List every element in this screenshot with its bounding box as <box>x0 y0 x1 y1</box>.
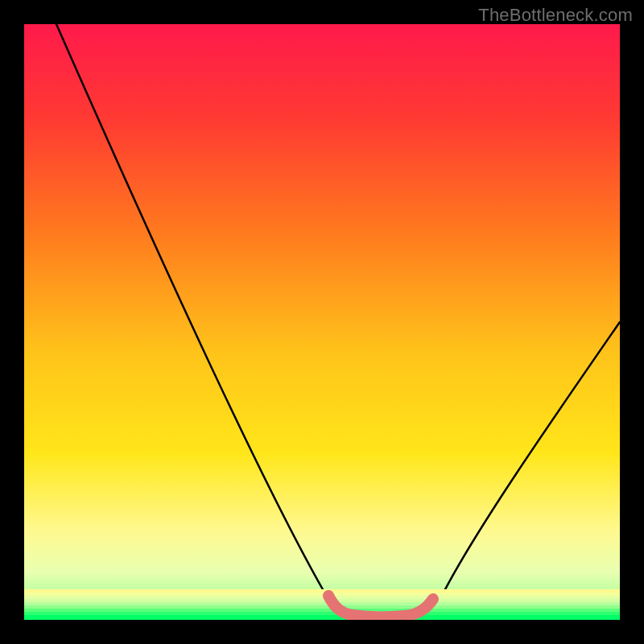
chart-frame: TheBottleneck.com <box>0 0 644 644</box>
bottom-stripe-band <box>24 589 620 620</box>
watermark-text: TheBottleneck.com <box>478 5 633 26</box>
gradient-stripe <box>24 615 620 620</box>
gradient-background <box>24 24 620 620</box>
svg-rect-0 <box>24 24 620 620</box>
plot-area <box>24 24 620 620</box>
